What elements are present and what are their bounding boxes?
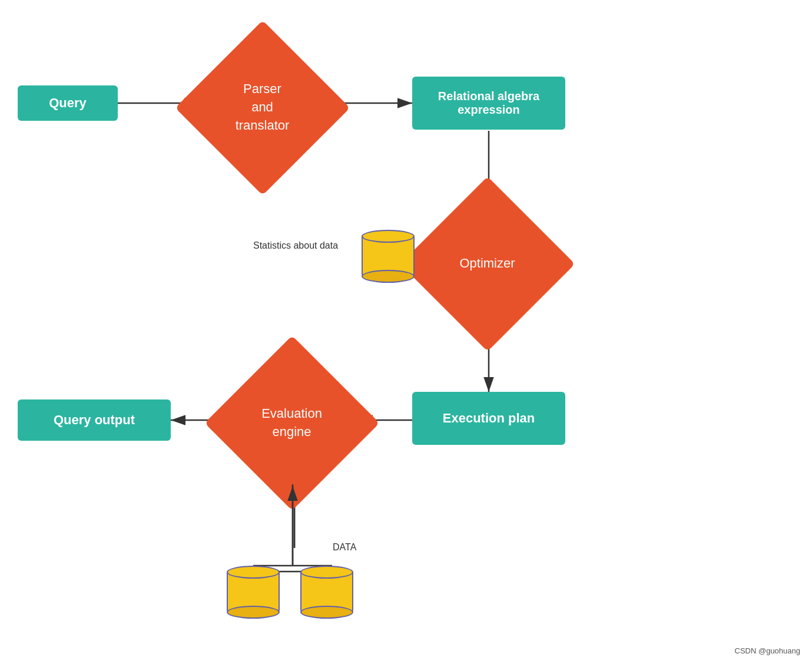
execution-plan-label: Execution plan [443,411,535,426]
evaluation-diamond [204,335,379,510]
optimizer-diamond-wrapper: Optimizer [424,200,551,327]
cyl-bottom-data-left [227,606,280,619]
parser-diamond [175,20,350,195]
parser-diamond-wrapper: Parserandtranslator [199,44,326,171]
extra-arrows-svg [0,0,812,667]
execution-plan-box: Execution plan [412,392,565,445]
cyl-top-stats [362,230,415,243]
cyl-bottom-stats [362,270,415,283]
query-output-box: Query output [18,399,171,441]
relational-algebra-label: Relational algebra expression [438,90,539,117]
relational-algebra-box: Relational algebra expression [412,77,565,130]
data-cylinder-left [227,566,280,613]
query-label: Query [49,95,87,111]
query-output-label: Query output [54,412,135,428]
optimizer-diamond [400,176,575,351]
statistics-label: Statistics about data [253,240,338,251]
watermark: CSDN @guohuang [735,646,800,655]
evaluation-diamond-wrapper: Evaluationengine [228,359,355,486]
data-label: DATA [333,542,356,553]
cyl-top-data-right [300,566,353,579]
arrows-svg [0,0,812,667]
query-box: Query [18,85,118,121]
diagram-container: Query Parserandtranslator Relational alg… [0,0,812,667]
data-cylinder-right [300,566,353,613]
statistics-cylinder [362,230,415,278]
cyl-top-data-left [227,566,280,579]
cyl-bottom-data-right [300,606,353,619]
